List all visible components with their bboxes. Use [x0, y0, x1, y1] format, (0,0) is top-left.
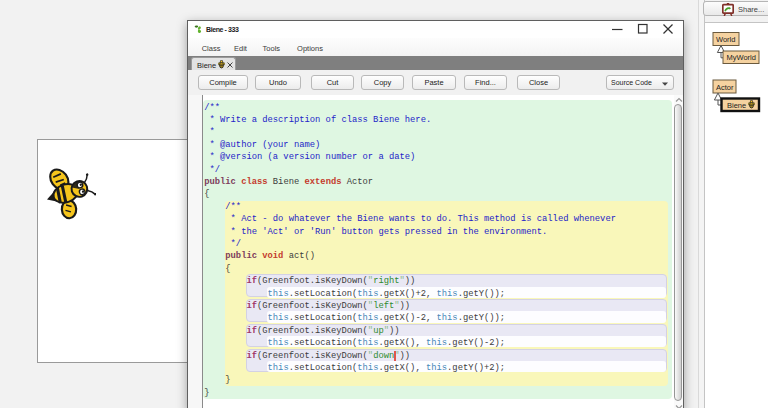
- svg-text:World: World: [716, 35, 735, 44]
- svg-text:Biene: Biene: [727, 101, 746, 110]
- svg-text:MyWorld: MyWorld: [727, 53, 756, 62]
- svg-text:Actor: Actor: [716, 83, 734, 92]
